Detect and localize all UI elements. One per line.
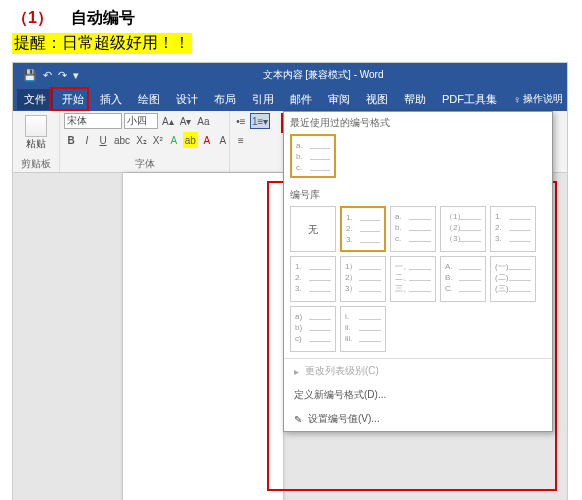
bold-icon[interactable]: B bbox=[64, 132, 78, 148]
paste-label: 粘贴 bbox=[26, 137, 46, 151]
superscript-icon[interactable]: X² bbox=[151, 132, 165, 148]
font-color-icon[interactable]: A bbox=[200, 132, 214, 148]
recent-label: 最近使用过的编号格式 bbox=[284, 112, 552, 132]
underline-icon[interactable]: U bbox=[96, 132, 110, 148]
tab-home[interactable]: 开始 bbox=[55, 89, 91, 110]
library-format-1[interactable]: 1.2.3. bbox=[340, 206, 386, 252]
text-effect-icon[interactable]: A bbox=[167, 132, 181, 148]
save-icon[interactable]: 💾 bbox=[23, 69, 37, 82]
reminder-text: 提醒：日常超级好用！！ bbox=[12, 33, 192, 54]
window-title: 文本内容 [兼容模式] - Word bbox=[79, 68, 567, 82]
document-page[interactable] bbox=[123, 173, 283, 500]
font-size-select[interactable]: 小四 bbox=[124, 113, 158, 129]
align-left-icon[interactable]: ≡ bbox=[234, 132, 248, 148]
recent-format-0[interactable]: a. b. c. bbox=[290, 134, 336, 178]
library-format-4[interactable]: 1.2.3. bbox=[490, 206, 536, 252]
strike-icon[interactable]: abc bbox=[112, 132, 132, 148]
library-format-6[interactable]: 1）2）3） bbox=[340, 256, 386, 302]
undo-icon[interactable]: ↶ bbox=[43, 69, 52, 82]
heading1-text: 自动编号 bbox=[71, 9, 135, 26]
tab-help[interactable]: 帮助 bbox=[397, 89, 433, 110]
tab-view[interactable]: 视图 bbox=[359, 89, 395, 110]
group-font-label: 字体 bbox=[64, 156, 225, 172]
tab-pdf[interactable]: PDF工具集 bbox=[435, 89, 504, 110]
word-window: 💾 ↶ ↷ ▾ 文本内容 [兼容模式] - Word 文件 开始 插入 绘图 设… bbox=[12, 62, 568, 500]
change-level-item: ▸ 更改列表级别(C) bbox=[284, 359, 552, 383]
qat-more-icon[interactable]: ▾ bbox=[73, 69, 79, 82]
tab-review[interactable]: 审阅 bbox=[321, 89, 357, 110]
italic-icon[interactable]: I bbox=[80, 132, 94, 148]
highlight-icon[interactable]: ab bbox=[183, 132, 198, 148]
tab-insert[interactable]: 插入 bbox=[93, 89, 129, 110]
tab-references[interactable]: 引用 bbox=[245, 89, 281, 110]
tab-draw[interactable]: 绘图 bbox=[131, 89, 167, 110]
numbering-dropdown: 最近使用过的编号格式 a. b. c. 编号库 无1.2.3.a.b.c.（1）… bbox=[283, 111, 553, 432]
set-value-item[interactable]: ✎ 设置编号值(V)... bbox=[284, 407, 552, 431]
tab-layout[interactable]: 布局 bbox=[207, 89, 243, 110]
redo-icon[interactable]: ↷ bbox=[58, 69, 67, 82]
library-format-0[interactable]: 无 bbox=[290, 206, 336, 252]
paste-icon bbox=[25, 115, 47, 137]
paste-button[interactable]: 粘贴 bbox=[17, 113, 55, 151]
library-format-3[interactable]: （1）（2）（3） bbox=[440, 206, 486, 252]
numbering-button[interactable]: 1≡▾ bbox=[250, 113, 270, 129]
library-format-11[interactable]: i.ii.iii. bbox=[340, 306, 386, 352]
subscript-icon[interactable]: X₂ bbox=[134, 132, 149, 148]
library-format-5[interactable]: 1.2.3. bbox=[290, 256, 336, 302]
tab-mailings[interactable]: 邮件 bbox=[283, 89, 319, 110]
shrink-font-icon[interactable]: A▾ bbox=[178, 113, 194, 129]
bullets-icon[interactable]: •≡ bbox=[234, 113, 248, 129]
library-format-9[interactable]: (一)(二)(三) bbox=[490, 256, 536, 302]
grow-font-icon[interactable]: A▴ bbox=[160, 113, 176, 129]
titlebar: 💾 ↶ ↷ ▾ 文本内容 [兼容模式] - Word bbox=[13, 63, 567, 87]
change-case-icon[interactable]: Aa bbox=[195, 113, 211, 129]
library-format-7[interactable]: 一、二、三、 bbox=[390, 256, 436, 302]
ribbon-tabs: 文件 开始 插入 绘图 设计 布局 引用 邮件 审阅 视图 帮助 PDF工具集 … bbox=[13, 87, 567, 111]
tab-file[interactable]: 文件 bbox=[17, 89, 53, 110]
char-border-icon[interactable]: A bbox=[216, 132, 230, 148]
tellme-label[interactable]: 操作说明 bbox=[523, 92, 563, 106]
group-clipboard-label: 剪贴板 bbox=[17, 156, 55, 172]
tab-design[interactable]: 设计 bbox=[169, 89, 205, 110]
tellme-icon[interactable]: ♀ bbox=[514, 94, 522, 105]
define-new-item[interactable]: 定义新编号格式(D)... bbox=[284, 383, 552, 407]
heading1-num: （1） bbox=[12, 9, 53, 26]
library-format-10[interactable]: a)b)c) bbox=[290, 306, 336, 352]
font-name-select[interactable]: 宋体 bbox=[64, 113, 122, 129]
library-format-2[interactable]: a.b.c. bbox=[390, 206, 436, 252]
library-label: 编号库 bbox=[284, 184, 552, 204]
library-format-8[interactable]: A.B.C. bbox=[440, 256, 486, 302]
